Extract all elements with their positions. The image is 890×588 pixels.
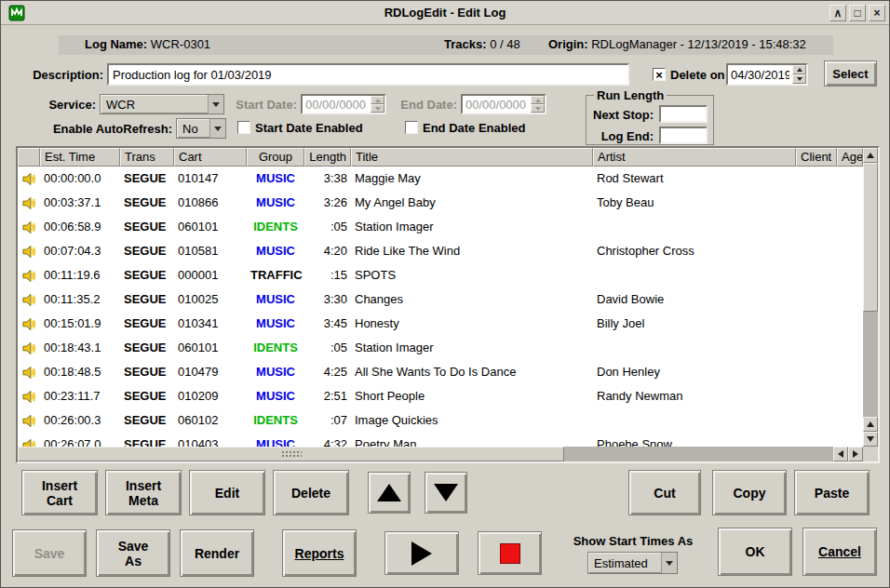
horizontal-scroll-thumb[interactable] <box>18 447 564 461</box>
cell-group: MUSIC <box>247 287 304 312</box>
cell-length: 4:20 <box>304 239 351 263</box>
window-title: RDLogEdit - Edit Log <box>1 6 889 20</box>
column-header-icon[interactable] <box>18 148 40 167</box>
end-date-enabled-checkbox[interactable] <box>405 121 418 134</box>
cell-artist: David Bowie <box>593 287 796 312</box>
log-table-row[interactable]: 00:23:11.7SEGUE010209MUSIC2:51Short Peop… <box>18 384 863 408</box>
log-table-row[interactable]: 00:03:37.1SEGUE010866MUSIC3:26My Angel B… <box>18 191 863 215</box>
cell-client <box>796 167 837 191</box>
speaker-icon <box>22 172 36 186</box>
scroll-left-icon[interactable] <box>833 447 848 461</box>
spin-up-icon[interactable] <box>792 65 806 74</box>
log-table-row[interactable]: 00:06:58.9SEGUE060101IDENTS:05Station Im… <box>18 215 863 239</box>
cell-length: :05 <box>304 336 351 360</box>
vertical-scrollbar[interactable] <box>863 148 878 447</box>
paste-button[interactable]: Paste <box>794 470 870 515</box>
service-combobox[interactable]: WCR <box>100 94 224 114</box>
copy-button[interactable]: Copy <box>712 470 787 515</box>
horizontal-scrollbar[interactable] <box>18 447 863 461</box>
column-header-agency[interactable]: Agency <box>837 148 863 167</box>
spin-down-icon[interactable] <box>792 74 806 84</box>
next-stop-input[interactable] <box>659 105 708 123</box>
log-info-bar: Log Name: WCR-0301 Tracks: 0 / 48 Origin… <box>59 35 833 55</box>
start-date-spinbox <box>301 94 386 114</box>
select-date-button[interactable]: Select <box>824 60 877 87</box>
cell-client <box>796 239 837 263</box>
tracks: Tracks: 0 / 48 <box>444 37 520 51</box>
column-header-client[interactable]: Client <box>796 148 837 167</box>
autorefresh-label: Enable AutoRefresh: <box>25 122 172 136</box>
cell-play-indicator <box>18 287 40 312</box>
shade-icon[interactable]: ∧ <box>829 5 846 21</box>
insert-cart-button[interactable]: Insert Cart <box>21 470 98 515</box>
show-start-times-combobox[interactable]: Estimated <box>587 552 678 574</box>
scroll-up-icon[interactable] <box>863 417 878 432</box>
reports-button[interactable]: Reports <box>282 529 357 577</box>
log-table-row[interactable]: 00:26:07.0SEGUE010403MUSIC4:32Poetry Man… <box>18 433 863 447</box>
log-table-body[interactable]: 00:00:00.0SEGUE010147MUSIC3:38Maggie May… <box>18 167 863 447</box>
cell-client <box>796 433 837 447</box>
cell-play-indicator <box>18 360 40 384</box>
cell-est-time: 00:26:07.0 <box>40 433 120 447</box>
cell-agency <box>837 191 863 215</box>
scroll-down-icon[interactable] <box>863 432 878 447</box>
delete-button[interactable]: Delete <box>273 470 349 515</box>
log-table-row[interactable]: 00:00:00.0SEGUE010147MUSIC3:38Maggie May… <box>18 167 863 191</box>
log-table-row[interactable]: 00:11:19.6SEGUE000001TRAFFIC:15SPOTS <box>18 263 863 287</box>
save-button[interactable]: Save <box>12 529 87 577</box>
log-table-row[interactable]: 00:07:04.3SEGUE010581MUSIC4:20Ride Like … <box>18 239 863 263</box>
log-end-input[interactable] <box>659 127 708 144</box>
cell-cart: 010025 <box>174 287 247 312</box>
cell-agency <box>837 336 863 360</box>
play-button[interactable] <box>384 531 459 575</box>
log-table-row[interactable]: 00:11:35.2SEGUE010025MUSIC3:30ChangesDav… <box>18 287 863 312</box>
delete-date-input[interactable] <box>728 65 792 84</box>
cell-length: :05 <box>304 215 351 239</box>
cell-cart: 060101 <box>174 336 247 360</box>
cancel-button[interactable]: Cancel <box>802 528 877 576</box>
autorefresh-combobox[interactable]: No <box>176 118 226 139</box>
log-table-row[interactable]: 00:26:00.3SEGUE060102IDENTS:07Image Quic… <box>18 408 863 433</box>
cell-length: :15 <box>304 263 351 287</box>
run-length-title: Run Length <box>594 88 667 102</box>
render-button[interactable]: Render <box>180 529 254 577</box>
vertical-scroll-thumb[interactable] <box>863 163 878 312</box>
move-up-button[interactable] <box>368 472 411 514</box>
speaker-icon <box>22 341 36 355</box>
column-header-trans[interactable]: Trans <box>120 148 174 167</box>
cell-cart: 010403 <box>174 433 247 447</box>
column-header-est-time[interactable]: Est. Time <box>40 148 120 167</box>
cell-agency <box>837 263 863 287</box>
column-header-artist[interactable]: Artist <box>593 148 796 167</box>
move-down-button[interactable] <box>425 472 467 514</box>
next-stop-label: Next Stop: <box>590 108 654 122</box>
cut-button[interactable]: Cut <box>628 470 701 515</box>
scroll-up-icon[interactable] <box>863 148 878 163</box>
edit-button[interactable]: Edit <box>189 470 265 515</box>
log-name: Log Name: WCR-0301 <box>85 37 210 51</box>
log-table-row[interactable]: 00:18:48.5SEGUE010479MUSIC4:25All She Wa… <box>18 360 863 384</box>
maximize-icon[interactable]: □ <box>849 5 866 21</box>
scroll-right-icon[interactable] <box>848 447 863 461</box>
cell-client <box>796 191 837 215</box>
column-header-title[interactable]: Title <box>351 148 593 167</box>
titlebar[interactable]: RDLogEdit - Edit Log ∧ □ × <box>1 1 889 25</box>
log-table-row[interactable]: 00:15:01.9SEGUE010341MUSIC3:45HonestyBil… <box>18 312 863 336</box>
start-date-enabled-checkbox[interactable] <box>237 121 250 134</box>
cell-client <box>796 287 837 312</box>
cell-artist <box>593 263 796 287</box>
ok-button[interactable]: OK <box>718 528 792 576</box>
description-input[interactable] <box>107 63 629 86</box>
insert-meta-button[interactable]: Insert Meta <box>105 470 182 515</box>
save-as-button[interactable]: Save As <box>96 529 170 577</box>
log-table-row[interactable]: 00:18:43.1SEGUE060101IDENTS:05Station Im… <box>18 336 863 360</box>
cell-cart: 010341 <box>174 312 247 336</box>
chevron-down-icon <box>208 95 223 114</box>
column-header-length[interactable]: Length <box>304 148 351 167</box>
column-header-cart[interactable]: Cart <box>174 148 247 167</box>
close-icon[interactable]: × <box>869 5 885 21</box>
delete-on-checkbox[interactable]: × <box>653 68 666 81</box>
stop-button[interactable] <box>478 531 542 575</box>
column-header-group[interactable]: Group <box>247 148 304 167</box>
cell-est-time: 00:23:11.7 <box>40 384 120 408</box>
